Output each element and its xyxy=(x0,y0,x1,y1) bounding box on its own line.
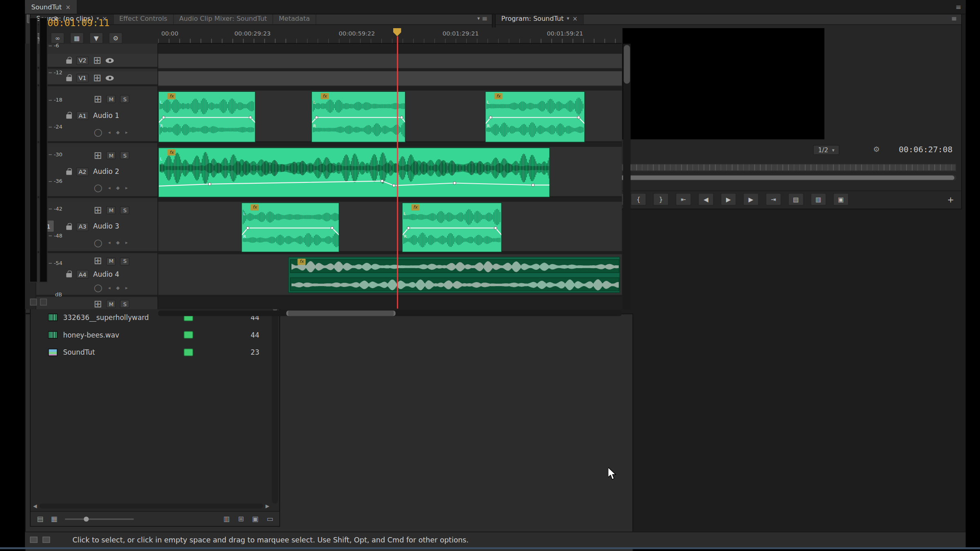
mute-button[interactable]: M xyxy=(107,300,116,308)
transport-button-7[interactable]: ⇥ xyxy=(766,193,781,206)
transport-button-4[interactable]: ◀ xyxy=(698,193,714,206)
meter-option-left[interactable] xyxy=(30,299,37,306)
audio-clip[interactable]: LRfx xyxy=(158,91,256,142)
timeline-horizontal-scrollbar[interactable] xyxy=(158,311,622,316)
toggle-output-eye-icon[interactable] xyxy=(106,58,114,63)
timeline-vertical-scrollbar[interactable] xyxy=(623,44,630,309)
mute-button[interactable]: M xyxy=(107,95,116,103)
transport-button-10[interactable]: ▣ xyxy=(833,193,849,206)
add-keyframe-icon[interactable]: ◆ xyxy=(116,130,120,135)
prev-keyframe-icon[interactable]: ◂ xyxy=(108,240,111,245)
audio-clip[interactable]: LRfx xyxy=(402,202,502,252)
project-row[interactable]: honey-bees.wav44 xyxy=(31,326,271,344)
tab-sequence-soundtut[interactable]: SoundTut × xyxy=(25,0,78,14)
timeline-display-icon[interactable]: ⊞ xyxy=(94,150,102,160)
fx-badge[interactable]: fx xyxy=(298,259,306,265)
solo-button[interactable]: S xyxy=(120,151,129,159)
footer-icon-0[interactable]: ▤ xyxy=(37,515,43,522)
source-assign-icon[interactable]: ⊞ xyxy=(93,73,102,82)
timeline-display-icon[interactable]: ⊞ xyxy=(94,299,102,309)
scroll-right-icon[interactable]: ▶ xyxy=(265,503,269,509)
label-chip[interactable] xyxy=(184,331,193,338)
project-row[interactable]: SoundTut23 xyxy=(31,344,271,361)
video-lane-v1[interactable] xyxy=(158,71,622,86)
source-assign-icon[interactable]: ⊞ xyxy=(93,55,102,65)
prev-keyframe-icon[interactable]: ◂ xyxy=(108,130,111,135)
keyframe-toggle-icon[interactable]: ○ xyxy=(94,183,102,193)
footer-right-icon-1[interactable]: ⊞ xyxy=(238,515,244,522)
footer-right-icon-2[interactable]: ▣ xyxy=(252,515,258,522)
transport-button-8[interactable]: ▤ xyxy=(788,193,804,206)
transport-button-9[interactable]: ▥ xyxy=(811,193,826,206)
transport-button-1[interactable]: { xyxy=(630,193,646,206)
audio-clip[interactable]: fx xyxy=(288,257,620,293)
fx-badge[interactable]: fx xyxy=(167,93,176,99)
marker-icon[interactable]: ▼ xyxy=(89,33,103,44)
next-keyframe-icon[interactable]: ▸ xyxy=(125,130,128,135)
timeline-display-icon[interactable]: ⊞ xyxy=(94,205,102,215)
transport-button-2[interactable]: } xyxy=(653,193,668,206)
add-keyframe-icon[interactable]: ◆ xyxy=(116,240,120,245)
timeline-ruler[interactable]: 00:0000:00:29:2300:00:59:2200:01:29:2100… xyxy=(158,27,622,44)
label-chip[interactable] xyxy=(184,349,193,356)
close-icon[interactable]: × xyxy=(65,3,71,10)
next-keyframe-icon[interactable]: ▸ xyxy=(125,286,128,290)
close-icon[interactable]: × xyxy=(572,15,578,22)
track-name[interactable]: Audio 2 xyxy=(93,167,119,176)
solo-button[interactable]: S xyxy=(120,206,129,214)
next-keyframe-icon[interactable]: ▸ xyxy=(125,185,128,190)
scrollbar-thumb[interactable] xyxy=(624,45,630,84)
track-name[interactable]: Audio 3 xyxy=(93,222,119,231)
track-name[interactable]: Audio 4 xyxy=(93,271,119,279)
keyframe-toggle-icon[interactable]: ○ xyxy=(94,238,102,247)
add-keyframe-icon[interactable]: ◆ xyxy=(116,286,120,290)
add-button[interactable]: + xyxy=(945,195,956,207)
fx-badge[interactable]: fx xyxy=(411,204,419,211)
settings-icon[interactable]: ▦ xyxy=(70,33,84,44)
scrollbar-thumb[interactable] xyxy=(286,311,396,316)
audio-clip[interactable]: LRfx xyxy=(311,91,405,142)
add-keyframe-icon[interactable]: ◆ xyxy=(116,185,120,190)
chevron-down-icon[interactable]: ▾ xyxy=(567,15,569,21)
solo-button[interactable]: S xyxy=(120,257,129,265)
audio-clip[interactable]: LRfx xyxy=(485,91,585,142)
lock-icon[interactable] xyxy=(66,59,72,64)
track-name[interactable]: Audio 1 xyxy=(93,112,119,120)
audio-clip[interactable]: Lfx xyxy=(158,147,550,197)
lock-icon[interactable] xyxy=(66,76,72,81)
video-lane-v2[interactable] xyxy=(158,54,622,69)
transport-button-5[interactable]: ▶ xyxy=(721,193,736,206)
timeline-track-area[interactable]: LRfxLRfxLRfxLfxLRfxLRfxfx xyxy=(158,44,622,309)
next-keyframe-icon[interactable]: ▸ xyxy=(125,240,128,245)
lock-icon[interactable] xyxy=(66,115,72,119)
footer-icon-1[interactable]: ▦ xyxy=(51,515,58,522)
thumbnail-zoom-slider[interactable] xyxy=(65,518,134,520)
mute-button[interactable]: M xyxy=(107,206,116,214)
settings-wrench-icon[interactable]: ⚙ xyxy=(873,146,880,153)
wrench-icon[interactable]: ⚙ xyxy=(109,33,122,44)
project-horizontal-scrollbar[interactable]: ◀ ▶ xyxy=(33,502,270,510)
prev-keyframe-icon[interactable]: ◂ xyxy=(108,185,111,190)
transport-button-3[interactable]: ⇤ xyxy=(676,193,691,206)
toggle-output-eye-icon[interactable] xyxy=(106,75,114,80)
footer-right-icon-3[interactable]: ▭ xyxy=(267,515,273,522)
resolution-dropdown[interactable]: 1/2▾ xyxy=(813,145,839,155)
panel-menu-icon[interactable]: ≡ xyxy=(951,3,966,11)
lock-icon[interactable] xyxy=(66,225,72,230)
keyframe-toggle-icon[interactable]: ○ xyxy=(94,127,102,137)
audio-clip[interactable]: LRfx xyxy=(241,202,339,252)
slider-knob[interactable] xyxy=(84,516,89,521)
fx-badge[interactable]: fx xyxy=(494,93,503,99)
meter-option-right[interactable] xyxy=(40,299,47,306)
footer-right-icon-0[interactable]: ▥ xyxy=(223,515,230,522)
solo-button[interactable]: S xyxy=(120,300,129,308)
fx-badge[interactable]: fx xyxy=(167,149,176,156)
fx-badge[interactable]: fx xyxy=(321,93,329,99)
prev-keyframe-icon[interactable]: ◂ xyxy=(108,286,111,290)
keyframe-toggle-icon[interactable]: ○ xyxy=(94,283,102,293)
timeline-display-icon[interactable]: ⊞ xyxy=(94,256,102,266)
scroll-left-icon[interactable]: ◀ xyxy=(33,503,37,509)
panel-menu-icon[interactable]: ▾≡ xyxy=(473,14,492,22)
solo-button[interactable]: S xyxy=(120,95,129,103)
lock-icon[interactable] xyxy=(66,170,72,175)
